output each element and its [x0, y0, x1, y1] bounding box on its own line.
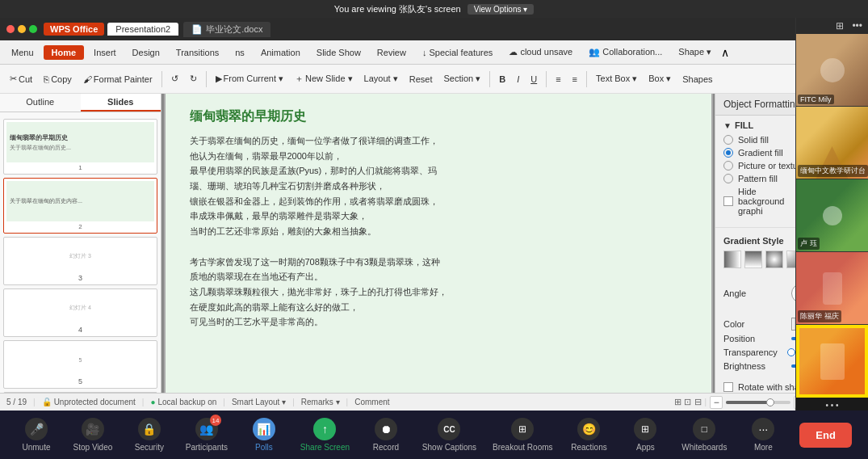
- textbox-btn[interactable]: Text Box ▾: [591, 72, 642, 86]
- menu-item-slideshow[interactable]: Slide Show: [310, 45, 367, 60]
- participant-name-4: 陈丽华 福庆: [798, 310, 841, 322]
- align-left-btn[interactable]: ≡: [551, 73, 565, 86]
- transparency-label: Transparency: [723, 347, 788, 357]
- menu-item-insert[interactable]: Insert: [87, 45, 123, 60]
- polls-btn[interactable]: 📊 Polls: [244, 418, 284, 452]
- stop-video-btn[interactable]: 🎥 Stop Video: [73, 418, 113, 452]
- zoom-out-btn[interactable]: −: [710, 396, 723, 409]
- whiteboards-btn[interactable]: □ Whiteboards: [681, 418, 727, 452]
- pp-grid-icon[interactable]: ⊞: [833, 19, 846, 32]
- presentation-tab[interactable]: Presentation2: [107, 23, 178, 36]
- slide-thumb-1[interactable]: 缅甸翡翠的早期历史 关于翡翠在缅甸的历史... 1: [3, 119, 157, 175]
- record-label: Record: [373, 443, 399, 452]
- slide-thumb-3[interactable]: 幻灯片 3 3: [3, 237, 157, 285]
- menu-item-shape[interactable]: Shape ▾: [672, 44, 718, 60]
- menu-item-ns[interactable]: ns: [229, 45, 251, 60]
- menu-item-design[interactable]: Design: [126, 45, 166, 60]
- security-label: Security: [135, 443, 164, 452]
- menu-item-transitions[interactable]: Transitions: [170, 45, 225, 60]
- menu-item-menu[interactable]: Menu: [5, 45, 40, 60]
- sep4: [546, 71, 547, 87]
- pp-header: ⊞ •••: [796, 18, 868, 34]
- from-current-btn[interactable]: ▶ From Current ▾: [211, 72, 288, 86]
- copy-btn[interactable]: ⎘ Copy: [39, 73, 77, 86]
- gradient-fill-radio[interactable]: [723, 148, 733, 158]
- rotate-with-shape-checkbox[interactable]: [723, 382, 733, 392]
- redo-btn[interactable]: ↻: [185, 72, 202, 86]
- cut-btn[interactable]: ✂ Cut: [5, 72, 37, 86]
- sep2: [206, 71, 207, 87]
- slide-thumb-2[interactable]: 关于翡翠在缅甸的历史内容... 2: [3, 178, 157, 234]
- gs-2[interactable]: [744, 251, 762, 268]
- slides-tab[interactable]: Slides: [81, 94, 161, 112]
- reactions-btn[interactable]: 😊 Reactions: [568, 418, 609, 452]
- participant-video-4[interactable]: 陈丽华 福庆: [796, 252, 868, 325]
- participant-video-5[interactable]: [796, 325, 868, 398]
- share-screen-label: Share Screen: [300, 443, 350, 452]
- picture-texture-radio[interactable]: [723, 161, 733, 171]
- participants-btn[interactable]: 👥 14 Participants: [186, 418, 228, 452]
- zoom-slider[interactable]: [726, 401, 790, 404]
- apps-icon: ⊞: [634, 418, 656, 440]
- comment-btn[interactable]: Comment: [354, 398, 389, 406]
- ribbon-bar: Menu Home Insert Design Transitions ns A…: [0, 40, 868, 65]
- solid-fill-radio[interactable]: [723, 135, 733, 145]
- reset-btn[interactable]: Reset: [405, 73, 438, 86]
- home-btn[interactable]: Home: [44, 45, 85, 60]
- menu-item-collab[interactable]: 👥 Collaboration...: [582, 44, 669, 60]
- menu-item-cloud[interactable]: ☁ cloud unsave: [502, 44, 579, 60]
- menu-item-special[interactable]: ↓ Special features: [416, 45, 499, 60]
- new-slide-btn[interactable]: ＋ New Slide ▾: [290, 71, 358, 86]
- hide-background-checkbox[interactable]: [723, 196, 733, 206]
- menu-item-animation[interactable]: Animation: [254, 45, 307, 60]
- lock-icon: 🔓: [42, 398, 52, 406]
- end-btn[interactable]: End: [799, 423, 852, 448]
- italic-btn[interactable]: I: [512, 73, 524, 86]
- docx-tab[interactable]: 📄 毕业论文.docx: [183, 22, 270, 37]
- ribbon-chevron[interactable]: ∧: [721, 46, 729, 59]
- captions-btn[interactable]: CC Show Captions: [422, 418, 476, 452]
- participants-badge: 14: [210, 415, 221, 426]
- pattern-fill-radio[interactable]: [723, 174, 733, 183]
- gs-1[interactable]: [723, 251, 741, 268]
- slides-list: 缅甸翡翠的早期历史 关于翡翠在缅甸的历史... 1 关于翡翠在缅甸的历史内容..…: [0, 112, 161, 411]
- record-btn[interactable]: ⏺ Record: [366, 418, 406, 452]
- participant-video-1[interactable]: FITC Mily: [796, 34, 868, 107]
- slide-area: 缅甸翡翠的早期历史 关于翡翠在缅甸的历史，缅甸一位学者做了很详细的调查工作， 他…: [161, 94, 715, 411]
- unmute-btn[interactable]: 🎤 Unmute: [16, 418, 57, 452]
- underline-btn[interactable]: U: [526, 73, 542, 86]
- undo-btn[interactable]: ↺: [166, 72, 183, 86]
- maximize-btn[interactable]: [29, 25, 37, 33]
- section-btn[interactable]: Section ▾: [438, 72, 485, 86]
- participant-video-2[interactable]: 缅甸中文教学研讨台: [796, 107, 868, 179]
- participant-video-3[interactable]: 卢 珏: [796, 179, 868, 252]
- slide-count: 5 / 19: [6, 398, 27, 406]
- smart-layout-btn[interactable]: Smart Layout ▾: [232, 398, 286, 406]
- more-btn[interactable]: ··· More: [743, 418, 783, 452]
- box-btn[interactable]: Box ▾: [644, 72, 676, 86]
- apps-btn[interactable]: ⊞ Apps: [625, 418, 665, 452]
- bold-btn[interactable]: B: [494, 73, 510, 86]
- unmute-icon: 🎤: [25, 418, 48, 440]
- gs-3[interactable]: [765, 251, 783, 268]
- view-options-btn[interactable]: View Options ▾: [468, 4, 535, 15]
- format-painter-btn[interactable]: 🖌 Format Painter: [78, 73, 157, 86]
- wps-office-btn[interactable]: WPS Office: [44, 23, 104, 36]
- slide-thumb-5[interactable]: 5 5: [3, 340, 157, 389]
- remarks-btn[interactable]: Remarks ▾: [301, 398, 340, 406]
- pp-more-icon[interactable]: •••: [849, 19, 865, 32]
- outline-tab[interactable]: Outline: [0, 94, 81, 112]
- slide-canvas[interactable]: 缅甸翡翠的早期历史 关于翡翠在缅甸的历史，缅甸一位学者做了很详细的调查工作， 他…: [164, 94, 713, 411]
- breakout-btn[interactable]: ⊞ Breakout Rooms: [493, 418, 552, 452]
- align-center-btn[interactable]: ≡: [568, 73, 582, 86]
- share-screen-btn[interactable]: ↑ Share Screen: [300, 418, 350, 452]
- close-btn[interactable]: [6, 25, 15, 33]
- shapes-btn[interactable]: Shapes: [677, 73, 717, 86]
- stop-video-label: Stop Video: [73, 443, 113, 452]
- stop-video-icon: 🎥: [82, 418, 104, 440]
- layout-btn[interactable]: Layout ▾: [359, 72, 403, 86]
- slide-thumb-4[interactable]: 幻灯片 4 4: [3, 288, 157, 337]
- minimize-btn[interactable]: [18, 25, 26, 33]
- security-btn[interactable]: 🔒 Security: [129, 418, 170, 452]
- menu-item-review[interactable]: Review: [371, 45, 413, 60]
